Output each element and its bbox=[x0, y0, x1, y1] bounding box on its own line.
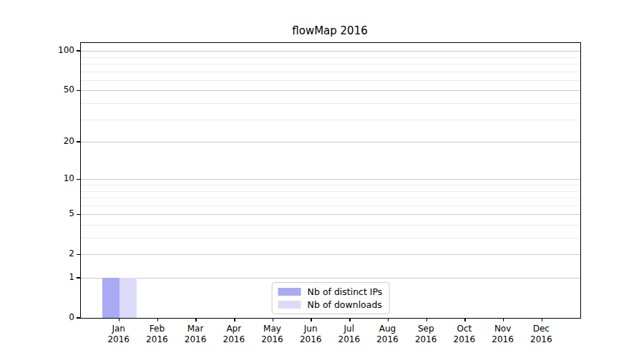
x-tick-label: Feb2016 bbox=[137, 324, 177, 345]
x-tick-mark bbox=[119, 318, 120, 321]
x-tick-label: Jun2016 bbox=[291, 324, 331, 345]
y-tick-mark bbox=[77, 277, 80, 279]
major-gridline bbox=[81, 51, 580, 52]
x-tick-label: Nov2016 bbox=[483, 324, 523, 345]
x-tick-mark bbox=[542, 318, 543, 321]
x-tick-year: 2016 bbox=[214, 334, 254, 345]
x-tick-month: Dec bbox=[521, 324, 561, 334]
y-tick-label: 0 bbox=[3, 312, 74, 322]
minor-gridline bbox=[81, 198, 580, 198]
x-tick-label: Mar2016 bbox=[175, 324, 215, 345]
major-gridline bbox=[81, 90, 580, 91]
legend-swatch-distinct-ips-icon bbox=[278, 288, 301, 296]
y-tick-label: 5 bbox=[3, 208, 74, 218]
y-tick-label: 20 bbox=[3, 136, 74, 146]
x-tick-label: Oct2016 bbox=[444, 324, 484, 345]
y-tick-mark bbox=[77, 141, 80, 142]
legend-item-downloads: Nb of downloads bbox=[278, 299, 383, 310]
chart-title: flowMap 2016 bbox=[80, 24, 580, 37]
y-tick-label: 10 bbox=[3, 173, 74, 183]
x-tick-year: 2016 bbox=[253, 334, 293, 345]
x-tick-month: Sep bbox=[406, 324, 446, 334]
major-gridline bbox=[81, 254, 580, 255]
x-tick-year: 2016 bbox=[483, 334, 523, 345]
minor-gridline bbox=[81, 238, 580, 238]
x-tick-month: Oct bbox=[444, 324, 484, 334]
legend-swatch-downloads-icon bbox=[278, 301, 301, 309]
x-tick-year: 2016 bbox=[175, 334, 215, 345]
x-tick-mark bbox=[388, 318, 389, 321]
x-tick-mark bbox=[273, 318, 274, 321]
x-tick-year: 2016 bbox=[99, 334, 139, 345]
y-tick-label: 2 bbox=[3, 248, 74, 258]
legend-item-distinct-ips: Nb of distinct IPs bbox=[278, 286, 383, 297]
plot-area: Nb of distinct IPs Nb of downloads bbox=[80, 42, 581, 319]
y-tick-mark bbox=[77, 254, 80, 256]
x-tick-year: 2016 bbox=[137, 334, 177, 345]
x-tick-month: Jul bbox=[329, 324, 369, 334]
x-tick-label: Sep2016 bbox=[406, 324, 446, 345]
x-tick-month: Mar bbox=[175, 324, 215, 334]
x-tick-month: May bbox=[253, 324, 293, 334]
y-tick-mark bbox=[77, 50, 80, 52]
x-tick-label: May2016 bbox=[253, 324, 293, 345]
x-tick-year: 2016 bbox=[406, 334, 446, 345]
x-tick-mark bbox=[349, 318, 351, 321]
legend-label-downloads: Nb of downloads bbox=[308, 299, 382, 310]
y-tick-label: 50 bbox=[3, 84, 74, 95]
x-tick-year: 2016 bbox=[329, 334, 369, 345]
y-tick-mark bbox=[77, 90, 80, 92]
minor-gridline bbox=[81, 120, 580, 120]
x-tick-year: 2016 bbox=[521, 334, 561, 345]
x-tick-month: Aug bbox=[368, 324, 408, 334]
x-tick-label: Dec2016 bbox=[521, 324, 561, 345]
x-tick-month: Jun bbox=[291, 324, 331, 334]
minor-gridline bbox=[81, 64, 580, 64]
major-gridline bbox=[81, 214, 580, 215]
x-tick-month: Apr bbox=[214, 324, 254, 334]
x-tick-label: Jul2016 bbox=[329, 324, 369, 345]
x-tick-mark bbox=[311, 318, 312, 321]
y-tick-label: 1 bbox=[3, 272, 74, 282]
minor-gridline bbox=[81, 103, 580, 104]
major-gridline bbox=[81, 142, 580, 142]
x-tick-mark bbox=[195, 318, 197, 321]
x-tick-year: 2016 bbox=[444, 334, 484, 345]
major-gridline bbox=[81, 179, 580, 180]
x-tick-year: 2016 bbox=[368, 334, 408, 345]
x-tick-year: 2016 bbox=[291, 334, 331, 345]
minor-gridline bbox=[81, 185, 580, 185]
x-tick-month: Jan bbox=[99, 324, 139, 334]
legend: Nb of distinct IPs Nb of downloads bbox=[272, 282, 390, 314]
x-tick-month: Feb bbox=[137, 324, 177, 334]
x-tick-mark bbox=[464, 318, 466, 321]
y-tick-mark bbox=[77, 317, 80, 319]
x-tick-mark bbox=[503, 318, 504, 321]
minor-gridline bbox=[81, 225, 580, 226]
y-tick-mark bbox=[77, 214, 80, 216]
x-tick-label: Aug2016 bbox=[368, 324, 408, 345]
minor-gridline bbox=[81, 80, 580, 81]
minor-gridline bbox=[81, 191, 580, 192]
legend-label-distinct-ips: Nb of distinct IPs bbox=[308, 286, 383, 297]
minor-gridline bbox=[81, 205, 580, 206]
minor-gridline bbox=[81, 72, 580, 72]
bar-nb-of-distinct-ips bbox=[102, 278, 119, 318]
x-tick-mark bbox=[157, 318, 159, 321]
x-tick-label: Apr2016 bbox=[214, 324, 254, 345]
x-tick-mark bbox=[234, 318, 235, 321]
x-tick-month: Nov bbox=[483, 324, 523, 334]
minor-gridline bbox=[81, 57, 580, 58]
y-tick-label: 100 bbox=[3, 45, 74, 55]
major-gridline bbox=[81, 278, 580, 279]
chart-figure: flowMap 2016 Nb of distinct IPs Nb of do… bbox=[0, 0, 644, 358]
bar-nb-of-downloads bbox=[119, 278, 137, 318]
x-tick-mark bbox=[426, 318, 428, 321]
y-tick-mark bbox=[77, 179, 80, 180]
x-tick-label: Jan2016 bbox=[99, 324, 139, 345]
